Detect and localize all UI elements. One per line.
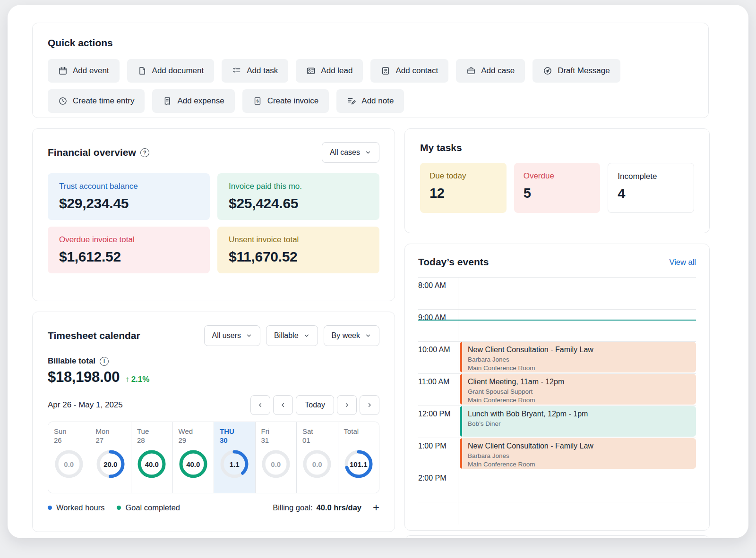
event-card[interactable]: Client Meeting, 11am - 12pm Grant Spousa… [460,374,696,405]
event-title: New Client Consultation - Family Law [468,441,690,451]
add-lead-button[interactable]: Add lead [296,59,363,83]
due-today-tile[interactable]: Due today 12 [420,163,507,213]
clock-icon [58,96,68,106]
event-card[interactable]: Lunch with Bob Bryant, 12pm - 1pm Bob’s … [460,406,696,437]
day-name: Tue [137,427,172,435]
hours-value: 0.0 [261,449,291,479]
day-name: THU [220,427,255,435]
dashboard-page: Quick actions Add event Add document Add… [8,5,748,538]
edit-billing-goal-button[interactable]: + [373,502,379,513]
billable-total-label: Billable total [48,356,95,366]
day-date: 31 [261,436,297,445]
add-document-button[interactable]: Add document [127,59,215,83]
day-name: Total [344,427,379,435]
quick-actions-card: Quick actions Add event Add document Add… [32,23,709,118]
hours-ring: 20.0 [96,449,125,479]
next-card-partial [404,535,710,538]
button-label: Add task [247,66,278,76]
all-users-dropdown[interactable]: All users [204,325,260,346]
day-date: 29 [179,436,214,445]
add-note-button[interactable]: Add note [336,89,404,113]
day-column-mon[interactable]: Mon27 20.0 [90,422,131,493]
chevron-down-icon [365,149,371,156]
chevron-right-icon [344,402,350,408]
tile-value: $1,612.52 [59,249,198,265]
time-label: 2:00 PM [418,474,447,482]
day-column-sun[interactable]: Sun26 0.0 [48,422,90,493]
add-case-button[interactable]: Add case [456,59,525,83]
event-attendee: Barbara Jones [468,355,690,364]
today-button[interactable]: Today [296,395,334,415]
dropdown-label: Billable [274,331,299,340]
info-icon[interactable]: i [100,357,109,366]
incomplete-tasks-tile[interactable]: Incomplete 4 [608,163,694,213]
hours-value: 40.0 [137,449,166,479]
day-date: 27 [96,436,131,445]
overdue-tasks-tile[interactable]: Overdue 5 [514,163,601,213]
total-column: Total 101.1 [338,422,379,493]
tile-value: 4 [618,186,684,202]
day-column-fri[interactable]: Fri31 0.0 [255,422,297,493]
hours-ring: 40.0 [137,449,166,479]
legend-worked-hours: Worked hours [48,503,104,512]
todays-events-title: Today’s events [418,256,489,268]
receipt-icon [163,96,172,106]
day-column-tue[interactable]: Tue28 40.0 [131,422,172,493]
event-card[interactable]: New Client Consultation - Family Law Bar… [460,342,696,372]
draft-message-button[interactable]: Draft Message [533,59,620,83]
tile-value: 12 [430,186,497,201]
tile-label: Overdue invoice total [59,235,198,245]
time-label: 8:00 AM [418,281,446,290]
hours-value: 0.0 [302,449,332,479]
button-label: Add expense [177,96,224,106]
add-contact-button[interactable]: Add contact [370,59,448,83]
overdue-invoice-tile: Overdue invoice total $1,612.52 [48,227,210,273]
add-event-button[interactable]: Add event [48,59,120,83]
invoice-icon: $ [253,96,262,106]
day-column-sat[interactable]: Sat01 0.0 [296,422,338,493]
button-label: Add lead [321,66,352,76]
document-icon [137,66,147,76]
legend-label: Goal completed [125,503,180,512]
tile-value: $29,234.45 [59,195,198,211]
tile-label: Incomplete [618,172,684,181]
create-time-entry-button[interactable]: Create time entry [48,89,145,113]
add-task-button[interactable]: Add task [222,59,288,83]
event-attendee: Barbara Jones [468,452,690,460]
event-card[interactable]: New Client Consultation - Family Law Bar… [460,438,696,469]
day-date: 01 [302,436,338,445]
next-far-button[interactable] [360,395,379,415]
time-label: 1:00 PM [418,442,447,450]
all-cases-dropdown[interactable]: All cases [322,142,379,163]
next-button[interactable] [337,395,357,415]
time-gutter-divider [458,277,458,524]
dropdown-label: All cases [330,148,360,157]
dropdown-label: By week [332,331,360,340]
add-expense-button[interactable]: Add expense [152,89,234,113]
view-all-link[interactable]: View all [669,258,696,267]
note-pen-icon [347,96,356,106]
send-message-icon [543,66,552,76]
up-arrow-icon: ↑ [125,375,129,384]
time-label: 12:00 PM [418,410,450,418]
billable-dropdown[interactable]: Billable [266,325,318,346]
day-column-wed[interactable]: Wed29 40.0 [172,422,214,493]
hours-ring: 40.0 [179,449,208,479]
prev-far-button[interactable] [250,395,270,415]
day-column-thu-today[interactable]: THU30 1.1 [214,422,255,493]
billable-total-amount: $18,198.00 [48,369,120,386]
day-name: Wed [179,427,214,435]
hours-value: 101.1 [344,449,373,479]
create-invoice-button[interactable]: $ Create invoice [242,89,329,113]
day-name: Mon [96,427,131,435]
calendar-icon [58,66,68,76]
button-label: Add event [73,66,109,76]
button-label: Add contact [395,66,438,76]
button-label: Create invoice [267,96,319,106]
day-name: Sun [54,427,90,435]
by-week-dropdown[interactable]: By week [324,325,379,346]
prev-button[interactable] [273,395,293,415]
event-title: New Client Consultation - Family Law [468,345,690,355]
help-icon[interactable]: ? [140,148,149,157]
event-title: Lunch with Bob Bryant, 12pm - 1pm [468,409,690,419]
